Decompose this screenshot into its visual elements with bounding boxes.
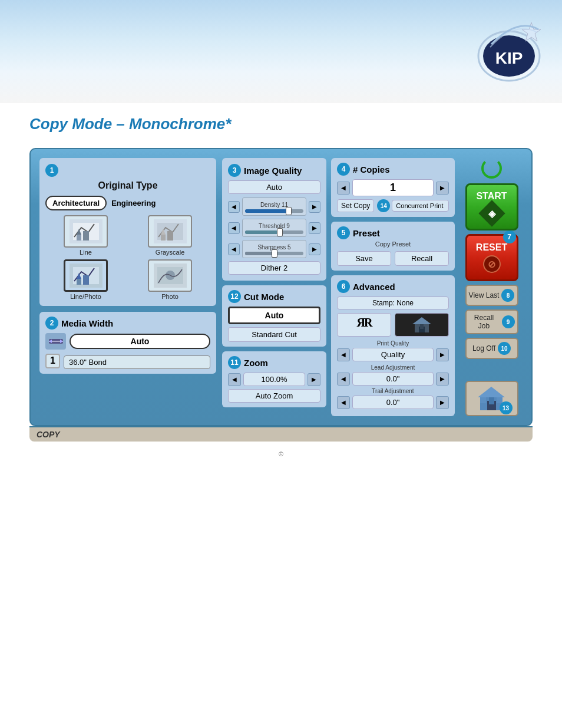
trail-adj-label: Trail Adjustment — [337, 388, 449, 394]
mid-right: 4 # Copies ◀ 1 ▶ Set Copy 14 Concurrent … — [331, 158, 455, 416]
recall-job-badge: 9 — [502, 315, 515, 328]
trail-adj-value: 0.0" — [352, 396, 434, 409]
media-width-row: 1 36.0" Bond — [45, 353, 210, 369]
architectural-button[interactable]: Architectural — [45, 196, 107, 210]
house-dark-button[interactable] — [395, 313, 449, 337]
media-auto-button[interactable]: Auto — [70, 334, 210, 349]
threshold-right-arrow[interactable]: ▶ — [309, 222, 320, 234]
middle-cols: 3 Image Quality Auto ◀ Density 11 — [222, 158, 455, 416]
log-off-button[interactable]: Log Off 10 — [465, 338, 518, 359]
trail-right-arrow[interactable]: ▶ — [436, 396, 449, 409]
iq-header: 3 Image Quality — [228, 164, 320, 177]
sharpness-thumb[interactable] — [272, 249, 277, 258]
original-type-header: Original Type — [45, 180, 210, 191]
set-copy-button[interactable]: Set Copy — [337, 199, 374, 212]
density-right-arrow[interactable]: ▶ — [309, 201, 320, 213]
bottom-bar-label: COPY — [37, 430, 60, 439]
copies-badge: 4 — [337, 163, 350, 176]
svg-marker-30 — [478, 387, 505, 397]
media-width-icon — [48, 335, 64, 347]
reset-button[interactable]: RESET ⊘ 7 — [465, 234, 518, 281]
preset-recall-button[interactable]: Recall — [395, 251, 449, 266]
density-left-arrow[interactable]: ◀ — [228, 201, 240, 213]
grayscale-image-icon — [153, 218, 188, 245]
orig-grid: Line — [45, 215, 210, 300]
image-quality-section: 3 Image Quality Auto ◀ Density 11 — [222, 158, 326, 281]
copies-right-arrow[interactable]: ▶ — [436, 182, 449, 195]
threshold-left-arrow[interactable]: ◀ — [228, 222, 240, 234]
orig-img-grayscale — [148, 215, 192, 248]
kip-logo: KIP — [468, 12, 544, 83]
view-last-button[interactable]: View Last 8 — [465, 285, 518, 306]
sharpness-right-arrow[interactable]: ▶ — [309, 243, 320, 255]
trail-adj-row: ◀ 0.0" ▶ — [337, 396, 449, 409]
orig-item-grayscale[interactable]: Grayscale — [130, 215, 210, 256]
concurrent-button[interactable]: Concurrent Print — [392, 200, 449, 212]
standard-cut-button[interactable]: Standard Cut — [228, 327, 320, 342]
quality-left-arrow[interactable]: ◀ — [337, 348, 350, 361]
sharpness-left-arrow[interactable]: ◀ — [228, 243, 240, 255]
density-fill — [245, 209, 289, 213]
home-button[interactable]: 13 — [465, 381, 518, 416]
copies-value: 1 — [352, 179, 434, 196]
engineering-button[interactable]: Engineering — [111, 199, 156, 207]
dither-button[interactable]: Dither 2 — [228, 261, 320, 275]
svg-rect-34 — [480, 397, 486, 403]
media-header-label: Media Width — [61, 318, 113, 328]
concurrent-badge: 14 — [377, 199, 390, 212]
trail-left-arrow[interactable]: ◀ — [337, 396, 350, 409]
start-button[interactable]: START ◈ — [465, 183, 518, 230]
reset-label: RESET — [476, 242, 507, 253]
stamp-button[interactable]: Stamp: None — [337, 297, 449, 309]
copies-title: # Copies — [353, 164, 390, 174]
original-type-badge: 1 — [45, 164, 58, 177]
density-slider-row: ◀ Density 11 ▶ — [228, 197, 320, 216]
media-num-badge: 1 — [45, 354, 60, 368]
quality-right-arrow[interactable]: ▶ — [436, 348, 449, 361]
cut-header: 12 Cut Mode — [228, 290, 320, 303]
zoom-left-arrow[interactable]: ◀ — [228, 373, 241, 386]
zoom-controls: ◀ 100.0% ▶ — [228, 373, 320, 386]
lead-adj-label: Lead Adjustment — [337, 364, 449, 371]
iq-auto-button[interactable]: Auto — [228, 180, 320, 194]
zoom-header: 11 Zoom — [228, 356, 320, 369]
recall-job-label: Recall Job — [469, 314, 500, 330]
copies-section: 4 # Copies ◀ 1 ▶ Set Copy 14 Concurrent … — [331, 158, 455, 217]
ui-panel: 1 Original Type Architectural Engineerin… — [29, 148, 533, 426]
copies-left-arrow[interactable]: ◀ — [337, 182, 350, 195]
header: KIP — [0, 0, 562, 103]
advanced-section: 6 Advanced Stamp: None ЯR — [331, 275, 455, 416]
recall-job-button[interactable]: Recall Job 9 — [465, 309, 518, 334]
cut-badge: 12 — [228, 290, 241, 303]
svg-rect-17 — [83, 275, 89, 285]
concurrent-container: 14 Concurrent Print — [377, 199, 449, 212]
threshold-slider-row: ◀ Threshold 9 ▶ — [228, 219, 320, 237]
lead-left-arrow[interactable]: ◀ — [337, 373, 350, 386]
threshold-thumb[interactable] — [277, 228, 283, 236]
zoom-title: Zoom — [244, 358, 268, 368]
preset-save-button[interactable]: Save — [337, 251, 391, 266]
svg-rect-33 — [489, 397, 494, 404]
zoom-auto-button[interactable]: Auto Zoom — [228, 389, 320, 403]
house-dark-icon — [410, 316, 434, 334]
media-section: 2 Media Width Auto 1 — [39, 312, 216, 374]
media-icon — [45, 333, 66, 350]
svg-text:KIP: KIP — [495, 49, 523, 67]
orig-item-linephoto[interactable]: Line/Photo — [45, 259, 126, 300]
mid-left: 3 Image Quality Auto ◀ Density 11 — [222, 158, 326, 416]
linephoto-image-icon — [68, 262, 104, 289]
cut-mode-title: Cut Mode — [244, 292, 284, 302]
zoom-right-arrow[interactable]: ▶ — [308, 373, 320, 386]
sharpness-slider-row: ◀ Sharpness 5 ▶ — [228, 240, 320, 258]
preset-title: Preset — [353, 228, 380, 238]
orig-item-line[interactable]: Line — [45, 215, 126, 256]
media-controls: Auto — [45, 333, 210, 350]
cut-auto-button[interactable]: Auto — [228, 307, 320, 324]
left-panel: 1 Original Type Architectural Engineerin… — [39, 158, 216, 416]
mirror-reversed-button[interactable]: ЯR — [337, 313, 391, 337]
lead-right-arrow[interactable]: ▶ — [436, 373, 449, 386]
copies-header: 4 # Copies — [337, 163, 449, 176]
density-thumb[interactable] — [286, 207, 292, 215]
photo-image-icon — [153, 262, 188, 289]
orig-item-photo[interactable]: Photo — [130, 259, 210, 300]
